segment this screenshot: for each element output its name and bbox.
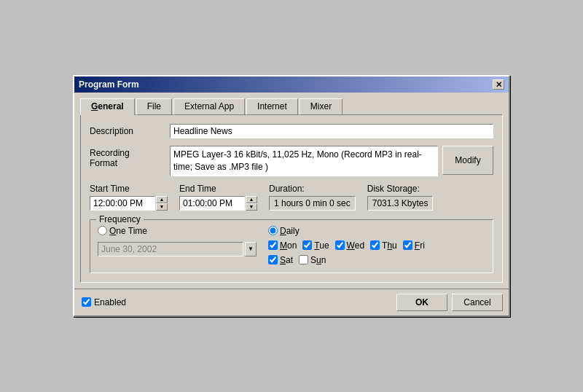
date-combo: June 30, 2002 [98,242,243,256]
day-row-2: Sat Sun [268,255,425,265]
duration-group: Duration: 1 hours 0 min 0 sec [269,184,356,211]
start-time-label: Start Time [90,184,168,194]
time-row: Start Time ▲ ▼ End Time ▲ [90,184,493,211]
end-time-group: End Time ▲ ▼ [179,184,257,211]
tue-label: Tue [314,240,329,251]
sat-checkbox[interactable] [268,255,278,264]
tab-internet[interactable]: Internet [246,98,298,115]
button-row: OK Cancel [396,294,503,311]
description-input[interactable] [170,124,493,138]
window-title: Program Form [79,79,139,90]
recording-format-value: MPEG Layer-3 16 kBit/s, 11,025 Hz, Mono … [170,146,438,176]
description-label: Description [90,124,170,136]
title-bar: Program Form ✕ [74,77,509,93]
mon-label: Mon [280,240,297,251]
duration-value: 1 hours 0 min 0 sec [269,196,356,211]
tue-checkbox-label[interactable]: Tue [302,240,329,251]
ok-button[interactable]: OK [396,294,447,311]
daily-radio[interactable] [268,226,278,235]
start-time-input[interactable] [90,196,155,211]
close-button[interactable]: ✕ [493,79,504,90]
thu-checkbox-label[interactable]: Thu [370,240,397,251]
duration-label: Duration: [269,184,356,194]
enabled-checkbox[interactable] [82,297,91,307]
tab-content-general: Description RecordingFormat MPEG Layer-3… [80,114,503,283]
date-row: June 30, 2002 ▼ [98,242,257,256]
sat-checkbox-label[interactable]: Sat [268,255,293,265]
start-time-up[interactable]: ▲ [156,196,168,203]
frequency-left: One Time June 30, 2002 ▼ [98,226,257,256]
frequency-groupbox: Frequency One Time June 30, 2002 ▼ [90,219,493,273]
thu-label: Thu [382,240,397,251]
thu-checkbox[interactable] [370,240,380,250]
wed-label: Wed [347,240,364,251]
recording-format-label: RecordingFormat [90,146,170,168]
tab-external-app[interactable]: External App [173,98,245,115]
daily-radio-label[interactable]: Daily [268,226,425,236]
date-value: June 30, 2002 [101,244,157,254]
modify-button[interactable]: Modify [442,146,493,175]
mon-checkbox-label[interactable]: Mon [268,240,297,251]
enabled-row: Enabled [82,297,126,307]
fri-checkbox-label[interactable]: Fri [403,240,425,251]
end-time-wrapper: ▲ ▼ [179,196,257,211]
end-time-spinners: ▲ ▼ [246,196,257,211]
description-row: Description [90,124,493,138]
enabled-label: Enabled [94,297,126,307]
mon-checkbox[interactable] [268,240,278,250]
frequency-right: Daily Mon Tue [268,226,425,265]
window-body: General File External App Internet Mixer… [74,93,509,289]
start-time-down[interactable]: ▼ [156,203,168,211]
disk-storage-label: Disk Storage: [367,184,434,194]
start-time-wrapper: ▲ ▼ [90,196,168,211]
disk-storage-group: Disk Storage: 7031.3 Kbytes [367,184,434,211]
day-row-1: Mon Tue Wed [268,240,425,251]
end-time-up[interactable]: ▲ [246,196,257,203]
end-time-label: End Time [179,184,257,194]
sun-checkbox-label[interactable]: Sun [299,255,326,265]
fri-label: Fri [415,240,425,251]
tab-bar: General File External App Internet Mixer [80,98,503,115]
wed-checkbox[interactable] [335,240,345,250]
frequency-legend: Frequency [96,214,144,224]
tab-general[interactable]: General [80,98,135,115]
end-time-down[interactable]: ▼ [246,203,257,211]
start-time-group: Start Time ▲ ▼ [90,184,168,211]
start-time-spinners: ▲ ▼ [156,196,168,211]
sun-checkbox[interactable] [299,255,308,264]
sat-label: Sat [280,255,293,265]
tab-mixer[interactable]: Mixer [300,98,343,115]
recording-format-row: RecordingFormat MPEG Layer-3 16 kBit/s, … [90,146,493,176]
date-combo-button[interactable]: ▼ [245,242,257,256]
fri-checkbox[interactable] [403,240,412,250]
disk-storage-value: 7031.3 Kbytes [367,196,434,211]
one-time-radio-label[interactable]: One Time [98,226,257,236]
end-time-input[interactable] [179,196,245,211]
tue-checkbox[interactable] [302,240,312,250]
one-time-label: One Time [109,226,147,236]
frequency-inner: One Time June 30, 2002 ▼ [98,226,485,265]
sun-label: Sun [310,255,326,265]
daily-label: Daily [280,226,300,236]
tab-file[interactable]: File [136,98,172,115]
cancel-button[interactable]: Cancel [452,294,503,311]
footer: Enabled OK Cancel [74,289,509,315]
wed-checkbox-label[interactable]: Wed [335,240,364,251]
one-time-radio[interactable] [98,226,107,235]
program-form-window: Program Form ✕ General File External App… [73,75,510,317]
